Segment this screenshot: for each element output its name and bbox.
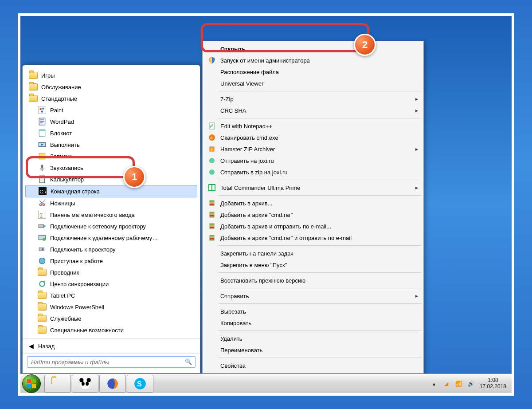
ctx-label: Universal Viewer [220,80,263,87]
folder-system-tools[interactable]: Служебные [23,313,200,324]
ctx-расположение-файла[interactable]: Расположение файла [203,66,422,78]
app-math-input[interactable]: ∑Панель математического ввода [23,209,200,220]
back-button[interactable]: ◀ Назад [23,338,200,353]
app-connect-projector[interactable]: Подключить к проектору [23,244,200,255]
npp-icon [206,122,218,130]
folder-accessibility[interactable]: Специальные возможности [23,324,200,336]
rar-icon [206,222,218,231]
ctx-label: Закрепить на панели задач [220,250,293,257]
svg-rect-40 [209,185,211,190]
ctx-вырезать[interactable]: Вырезать [203,306,422,317]
task-skype[interactable]: S [127,375,153,393]
svg-rect-0 [38,106,46,114]
folder-powershell[interactable]: Windows PowerShell [23,301,200,313]
tray-volume-icon[interactable]: 🔊 [467,380,475,388]
ctx-добавить-в-архив-[interactable]: Добавить в архив... [203,197,422,209]
ctx-label: Восстановить прежнюю версию [220,277,305,284]
app-getting-started[interactable]: Приступая к работе [23,255,200,267]
blank-icon [206,319,218,327]
ctx-удалить[interactable]: Удалить [203,333,422,344]
svg-point-28 [42,248,44,251]
app-network-projector[interactable]: Подключение к сетевому проектору [23,220,200,232]
app-calculator[interactable]: Калькулятор [23,173,200,185]
svg-point-30 [39,281,44,286]
ctx-label: Вырезать [220,308,246,315]
ctx-восстановить-прежнюю-версию[interactable]: Восстановить прежнюю версию [203,275,422,286]
rar-icon [206,233,218,242]
folder-icon [29,71,38,80]
ctx-добавить-в-архив-cmd-rar-и-отправить-по-[interactable]: Добавить в архив "cmd.rar" и отправить п… [203,232,422,244]
ctx-hamster-zip-archiver[interactable]: HHamster ZIP Archiver [203,143,422,155]
ctx-universal-viewer[interactable]: Universal Viewer [203,78,422,89]
ctx-запуск-от-имени-администратора[interactable]: Запуск от имени администратора [203,55,422,66]
tray-avast-icon[interactable]: ◢ [442,380,450,388]
folder-games[interactable]: Игры [23,70,200,81]
ctx-отправить[interactable]: Отправить [203,290,422,302]
app-command-prompt[interactable]: C:\Командная строка [25,185,197,197]
ctx-separator [219,303,422,304]
explorer-icon [38,268,47,277]
ctx-переименовать[interactable]: Переименовать [203,344,422,356]
rar-icon [206,199,218,208]
app-sync-center[interactable]: Центр синхронизации [23,278,200,290]
label: Командная строка [51,188,100,195]
ctx-отправить-на-joxi-ru[interactable]: Отправить на joxi.ru [203,155,422,166]
search-input[interactable] [27,356,196,368]
ctx-7-zip[interactable]: 7-Zip [203,93,422,105]
ctx-label: Отправить на joxi.ru [220,157,274,164]
svg-rect-43 [210,201,214,202]
blank-icon [206,106,218,115]
svg-point-59 [79,378,83,382]
svg-point-1 [39,108,42,110]
folder-icon [29,94,38,103]
svg-point-62 [86,381,89,385]
blank-icon [206,94,218,103]
desktop: Игры Обслуживание Стандартные Paint Word… [20,16,512,393]
taskbar: S ▴ ◢ 📶 🔊 1:08 17.02.2018 [20,374,512,393]
ctx-закрепить-в-меню-пуск-[interactable]: Закрепить в меню "Пуск" [203,259,422,271]
ctx-crc-sha[interactable]: CRC SHA [203,105,422,116]
app-snipping-tool[interactable]: Ножницы [23,197,200,209]
app-notepad[interactable]: Блокнот [23,127,200,139]
ctx-label: Переименовать [220,347,262,354]
folder-standard[interactable]: Стандартные [23,93,200,104]
app-explorer[interactable]: Проводник [23,267,200,278]
ctx-копировать[interactable]: Копировать [203,317,422,329]
app-sticky-notes[interactable]: Записки [23,150,200,162]
ctx-сканировать-cmd-exe[interactable]: aСканировать cmd.exe [203,132,422,143]
ctx-отправить-в-zip-на-joxi-ru[interactable]: Отправить в zip на joxi.ru [203,166,422,178]
svg-rect-5 [40,120,44,120]
ctx-добавить-в-архив-и-отправить-по-e-mail-[interactable]: Добавить в архив и отправить по e-mail..… [203,220,422,232]
ctx-добавить-в-архив-cmd-rar-[interactable]: Добавить в архив "cmd.rar" [203,209,422,220]
blank-icon [206,44,218,53]
ctx-label: Total Commander Ultima Prime [220,185,301,191]
task-panda[interactable] [72,375,98,393]
label: Специальные возможности [50,327,124,334]
app-run[interactable]: Выполнить [23,139,200,150]
start-button[interactable] [22,374,41,393]
app-paint[interactable]: Paint [23,104,200,116]
netproj-icon [38,222,47,231]
joxi-icon [206,168,218,177]
folder-tablet-pc[interactable]: Tablet PC [23,290,200,301]
folder-maintenance[interactable]: Обслуживание [23,81,200,93]
ctx-total-commander-ultima-prime[interactable]: Total Commander Ultima Prime [203,182,422,193]
app-sound-recorder[interactable]: Звукозапись [23,162,200,173]
task-firefox[interactable] [99,375,126,393]
app-remote-desktop[interactable]: Подключение к удаленному рабочему… [23,232,200,244]
tray-network-icon[interactable]: 📶 [455,380,463,388]
app-wordpad[interactable]: WordPad [23,116,200,127]
svg-rect-7 [40,122,43,123]
ctx-edit-with-notepad-[interactable]: Edit with Notepad++ [203,120,422,132]
label: Калькулятор [50,176,84,183]
svg-point-37 [209,158,215,163]
ctx-открыть[interactable]: Открыть [203,43,422,55]
svg-rect-46 [210,212,214,213]
tray-chevron-icon[interactable]: ▴ [430,380,438,388]
sticky-icon [38,152,47,161]
task-explorer[interactable] [44,375,71,393]
ctx-свойства[interactable]: Свойства [203,360,422,371]
blank-icon [206,334,218,343]
clock[interactable]: 1:08 17.02.2018 [480,378,506,389]
ctx-закрепить-на-панели-задач[interactable]: Закрепить на панели задач [203,248,422,259]
